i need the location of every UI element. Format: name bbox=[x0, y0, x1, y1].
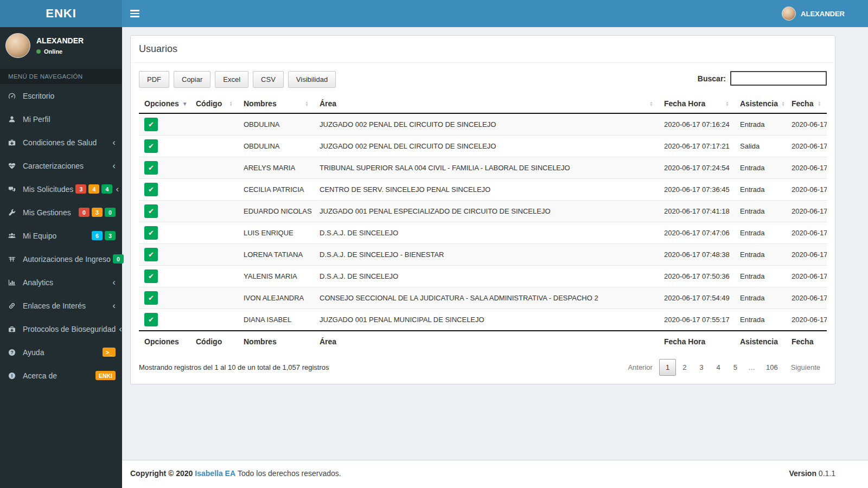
navbar-user-menu[interactable]: ALEXANDER bbox=[782, 0, 845, 27]
count-badge: 0 bbox=[113, 254, 124, 264]
page-button-106[interactable]: 106 bbox=[760, 359, 784, 376]
previous-page-button[interactable]: Anterior bbox=[621, 359, 659, 375]
column-header-asistencia[interactable]: Asistencia▲▼ bbox=[735, 94, 786, 113]
sidebar-item-acerca-de[interactable]: !Acerca deENKI bbox=[0, 364, 122, 387]
row-checkbox-button[interactable]: ✔ bbox=[144, 204, 158, 218]
brand-logo[interactable]: ENKI bbox=[0, 0, 122, 27]
cell-nombres: ARELYS MARIA bbox=[238, 157, 314, 179]
sidebar-item-autorizaciones-de-ingreso[interactable]: Autorizaciones de Ingreso0 bbox=[0, 247, 122, 271]
sidebar-item-protocolos-de-bioseguridad[interactable]: Protocolos de Bioseguridad‹ bbox=[0, 317, 122, 341]
sort-icon: ▲▼ bbox=[649, 101, 653, 106]
sidebar-item-analytics[interactable]: Analytics‹ bbox=[0, 271, 122, 294]
cell-area: D.S.A.J. DE SINCELEJO bbox=[314, 222, 659, 244]
sidebar-item-escritorio[interactable]: Escritorio bbox=[0, 84, 122, 107]
column-header-fecha-hora[interactable]: Fecha Hora▲▼ bbox=[659, 94, 735, 113]
cell-nombres: YALENIS MARIA bbox=[238, 266, 314, 287]
sidebar-item-enlaces-de-interes[interactable]: Enlaces de Interés‹ bbox=[0, 294, 122, 317]
row-checkbox-button[interactable]: ✔ bbox=[144, 226, 158, 240]
cell-asistencia: Entrada bbox=[735, 113, 786, 136]
cell-opciones: ✔ bbox=[139, 309, 190, 331]
column-label: Fecha bbox=[792, 99, 813, 108]
cell-nombres: CECILIA PATRICIA bbox=[238, 179, 314, 201]
column-label: Área bbox=[320, 99, 336, 108]
cell-fecha: 2020-06-17 bbox=[786, 179, 827, 201]
sidebar-item-label: Condiciones de Salud bbox=[23, 138, 97, 147]
cell-fecha: 2020-06-17 bbox=[786, 287, 827, 309]
row-checkbox-button[interactable]: ✔ bbox=[144, 248, 158, 261]
user-avatar bbox=[782, 7, 796, 21]
sidebar-item-caracterizaciones[interactable]: Caracterizaciones‹ bbox=[0, 154, 122, 177]
table-header-row: Opciones▼Código▲▼Nombres▲▼Área▲▼Fecha Ho… bbox=[139, 94, 827, 113]
column-header-codigo[interactable]: Código▲▼ bbox=[190, 94, 238, 113]
cell-area: JUZGADO 002 PENAL DEL CIRCUITO DE SINCEL… bbox=[314, 136, 659, 157]
column-header-opciones[interactable]: Opciones▼ bbox=[139, 94, 190, 113]
count-badge: 3 bbox=[75, 184, 86, 194]
count-badge: >_ bbox=[103, 348, 116, 357]
page-button-3[interactable]: 3 bbox=[693, 359, 710, 376]
sidebar-toggle-button[interactable] bbox=[122, 0, 147, 27]
chevron-left-icon: ‹ bbox=[112, 138, 116, 147]
cell-nombres: DIANA ISABEL bbox=[238, 309, 314, 331]
row-checkbox-button[interactable]: ✔ bbox=[144, 269, 158, 283]
cell-fecha-hora: 2020-06-17 07:41:18 bbox=[659, 201, 735, 222]
user-status: Online bbox=[36, 48, 84, 55]
usuarios-table: Opciones▼Código▲▼Nombres▲▼Área▲▼Fecha Ho… bbox=[139, 94, 827, 352]
export-csv-button[interactable]: CSV bbox=[253, 71, 284, 88]
sidebar-item-condiciones-de-salud[interactable]: Condiciones de Salud‹ bbox=[0, 131, 122, 154]
page-numbers: 12345…106 bbox=[659, 359, 784, 376]
count-badge: ENKI bbox=[95, 371, 116, 380]
row-checkbox-button[interactable]: ✔ bbox=[144, 291, 158, 305]
row-checkbox-button[interactable]: ✔ bbox=[144, 139, 158, 153]
sort-icon: ▲▼ bbox=[229, 101, 233, 106]
page-button-5[interactable]: 5 bbox=[727, 359, 744, 376]
sort-icon: ▼ bbox=[182, 101, 188, 107]
sidebar-item-mi-equipo[interactable]: Mi Equipo63 bbox=[0, 224, 122, 247]
export-visibilidad-button[interactable]: Visibilidad bbox=[288, 71, 336, 88]
cell-codigo bbox=[190, 244, 238, 266]
sidebar-item-mi-perfil[interactable]: Mi Perfil bbox=[0, 107, 122, 131]
sidebar-item-ayuda[interactable]: ?Ayuda>_ bbox=[0, 341, 122, 364]
count-badge: 4 bbox=[88, 184, 99, 194]
row-checkbox-button[interactable]: ✔ bbox=[144, 118, 158, 131]
cell-asistencia: Entrada bbox=[735, 179, 786, 201]
column-label: Asistencia bbox=[740, 99, 778, 108]
count-badge: 0 bbox=[79, 208, 90, 217]
status-label: Online bbox=[44, 48, 62, 55]
row-checkbox-button[interactable]: ✔ bbox=[144, 313, 158, 326]
count-badge: 3 bbox=[92, 208, 103, 217]
brand-link[interactable]: Isabella EA bbox=[195, 469, 235, 478]
check-icon: ✔ bbox=[148, 186, 154, 193]
row-checkbox-button[interactable]: ✔ bbox=[144, 161, 158, 175]
column-header-nombres[interactable]: Nombres▲▼ bbox=[238, 94, 314, 113]
export-pdf-button[interactable]: PDF bbox=[139, 71, 169, 88]
sidebar-item-label: Acerca de bbox=[23, 371, 57, 380]
cell-area: D.S.A.J. DE SINCELEJO bbox=[314, 266, 659, 287]
search-container: Buscar: bbox=[698, 71, 827, 86]
sort-icon: ▲▼ bbox=[305, 101, 309, 106]
check-icon: ✔ bbox=[148, 294, 154, 301]
page-button-4[interactable]: 4 bbox=[710, 359, 727, 376]
next-page-button[interactable]: Siguiente bbox=[784, 359, 827, 375]
search-input[interactable] bbox=[730, 71, 827, 86]
row-checkbox-button[interactable]: ✔ bbox=[144, 183, 158, 196]
cell-nombres: OBDULINA bbox=[238, 136, 314, 157]
column-header-area[interactable]: Área▲▼ bbox=[314, 94, 659, 113]
chevron-left-icon: ‹ bbox=[112, 301, 116, 310]
count-badge: 4 bbox=[101, 184, 112, 194]
page-button-1[interactable]: 1 bbox=[659, 359, 676, 376]
column-header-fecha[interactable]: Fecha▲▼ bbox=[786, 94, 827, 113]
sidebar-item-mis-gestiones[interactable]: Mis Gestiones030 bbox=[0, 201, 122, 224]
sidebar-item-mis-solicitudes[interactable]: Mis Solicitudes344‹ bbox=[0, 177, 122, 201]
cell-asistencia: Entrada bbox=[735, 201, 786, 222]
version-text: Version 0.1.1 bbox=[789, 469, 835, 480]
cell-fecha-hora: 2020-06-17 07:47:06 bbox=[659, 222, 735, 244]
export-excel-button[interactable]: Excel bbox=[215, 71, 248, 88]
chevron-left-icon: ‹ bbox=[116, 184, 119, 194]
export-copiar-button[interactable]: Copiar bbox=[174, 71, 210, 88]
cell-asistencia: Entrada bbox=[735, 266, 786, 287]
usuarios-panel: Usuarios PDFCopiarExcelCSVVisibilidad Bu… bbox=[130, 35, 835, 384]
column-label: Código bbox=[196, 99, 222, 108]
cell-area: CENTRO DE SERV. SINCELEJO PENAL SINCELEJ… bbox=[314, 179, 659, 201]
page-button-2[interactable]: 2 bbox=[676, 359, 693, 376]
page-title: Usuarios bbox=[139, 43, 177, 54]
